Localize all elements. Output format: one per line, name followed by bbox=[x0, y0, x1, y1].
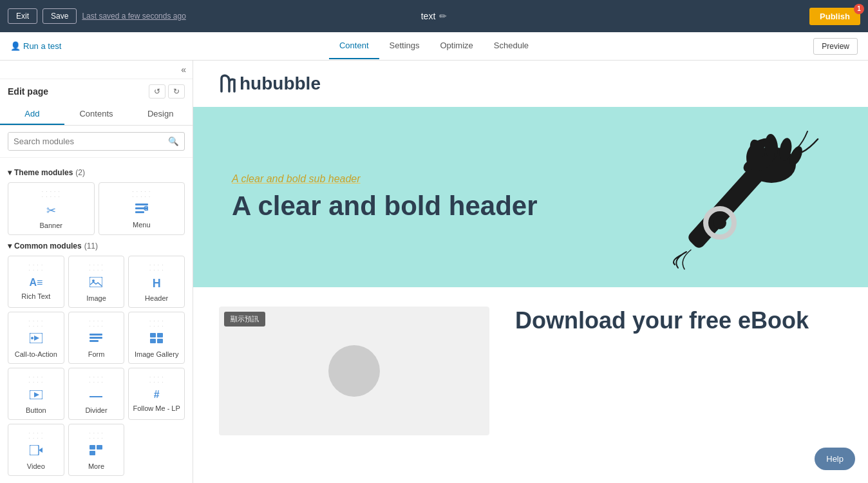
follow-me-icon: # bbox=[154, 389, 160, 401]
module-more-label: More bbox=[88, 462, 104, 470]
tab-optimize[interactable]: Optimize bbox=[430, 33, 484, 59]
more-icon bbox=[90, 445, 102, 459]
user-icon: 👤 bbox=[10, 41, 21, 51]
image-gallery-icon bbox=[150, 333, 163, 346]
tab-settings[interactable]: Settings bbox=[379, 33, 430, 59]
module-dots: · · · ·· · · · bbox=[89, 263, 104, 273]
svg-rect-0 bbox=[135, 204, 148, 205]
publish-button[interactable]: Publish 1 bbox=[809, 8, 860, 25]
module-header[interactable]: · · · ·· · · · H Header bbox=[128, 256, 185, 308]
svg-rect-2 bbox=[135, 211, 144, 213]
sidebar-tab-contents[interactable]: Contents bbox=[64, 104, 129, 125]
logo-text: hububble bbox=[240, 73, 321, 94]
download-text: Download your free eBook bbox=[515, 307, 842, 435]
common-modules-count: (11) bbox=[84, 242, 98, 251]
module-cta-label: Call-to-Action bbox=[15, 350, 57, 358]
hero-header: A clear and bold header bbox=[232, 191, 842, 221]
module-form[interactable]: · · · ·· · · · Form bbox=[68, 312, 125, 364]
show-preview-button[interactable]: 顯示預訊 bbox=[224, 312, 265, 327]
run-test-link[interactable]: 👤 Run a test bbox=[10, 41, 61, 51]
sidebar-tab-add[interactable]: Add bbox=[0, 104, 64, 125]
undo-button[interactable]: ↺ bbox=[149, 84, 165, 99]
svg-rect-24 bbox=[90, 451, 95, 455]
sidebar-tabs: Add Contents Design bbox=[0, 104, 193, 126]
module-dots: · · · ·· · · · bbox=[89, 319, 104, 329]
content-area: hububble A clear and bold sub header A c… bbox=[193, 61, 868, 483]
menu-icon bbox=[135, 204, 148, 217]
module-image[interactable]: · · · ·· · · · Image bbox=[68, 256, 125, 308]
svg-line-4 bbox=[147, 210, 148, 211]
svg-marker-8 bbox=[34, 336, 39, 341]
module-banner[interactable]: · · · · ·· · · · · ✂ Banner bbox=[8, 182, 95, 235]
last-saved-text: Last saved a few seconds ago bbox=[82, 12, 185, 21]
module-follow-me-lp[interactable]: · · · ·· · · · # Follow Me - LP bbox=[128, 368, 185, 420]
below-hero-section: 顯示預訊 Download your free eBook bbox=[193, 287, 868, 455]
search-button[interactable]: 🔍 bbox=[163, 133, 184, 150]
page-name: text bbox=[421, 11, 436, 21]
hero-text: A clear and bold sub header A clear and … bbox=[232, 173, 842, 221]
image-icon bbox=[90, 277, 102, 290]
nav-tabs: Content Settings Optimize Schedule bbox=[329, 33, 539, 59]
svg-rect-23 bbox=[97, 445, 102, 450]
top-bar: Exit Save Last saved a few seconds ago t… bbox=[0, 0, 868, 32]
preview-button[interactable]: Preview bbox=[813, 38, 858, 55]
svg-rect-11 bbox=[90, 337, 102, 339]
module-more[interactable]: · · · ·· · · · More bbox=[68, 424, 125, 476]
svg-rect-5 bbox=[90, 277, 102, 287]
module-dots: · · · · ·· · · · · bbox=[132, 189, 151, 200]
common-modules-section[interactable]: ▾ Common modules (11) bbox=[8, 242, 185, 251]
module-dots: · · · ·· · · · bbox=[149, 375, 164, 385]
module-button[interactable]: · · · ·· · · · Button bbox=[8, 368, 64, 420]
module-video-label: Video bbox=[27, 462, 45, 470]
search-input[interactable] bbox=[8, 133, 163, 150]
edit-page-name-icon[interactable]: ✏ bbox=[439, 11, 447, 21]
page-frame: hububble A clear and bold sub header A c… bbox=[193, 61, 868, 483]
theme-modules-count: (2) bbox=[75, 168, 85, 177]
search-area: 🔍 bbox=[0, 126, 193, 158]
common-modules-label: Common modules bbox=[14, 242, 82, 251]
preview-placeholder: 顯示預訊 bbox=[219, 307, 489, 435]
tab-content[interactable]: Content bbox=[329, 33, 379, 59]
svg-point-9 bbox=[31, 337, 33, 339]
module-video[interactable]: · · · ·· · · · Video bbox=[8, 424, 64, 476]
help-button[interactable]: Help bbox=[815, 448, 855, 470]
chevron-down-icon-2: ▾ bbox=[8, 242, 12, 251]
preview-circle bbox=[328, 345, 380, 397]
svg-rect-1 bbox=[135, 207, 148, 209]
page-title-bar: text ✏ bbox=[421, 11, 448, 21]
module-image-gallery[interactable]: · · · ·· · · · Image Gallery bbox=[128, 312, 185, 364]
exit-button[interactable]: Exit bbox=[8, 8, 37, 24]
module-follow-me-lp-label: Follow Me - LP bbox=[133, 404, 180, 412]
svg-rect-14 bbox=[157, 333, 163, 337]
module-divider[interactable]: · · · ·· · · · Divider bbox=[68, 368, 125, 420]
module-image-label: Image bbox=[86, 294, 106, 302]
module-form-label: Form bbox=[88, 350, 105, 358]
chevron-down-icon: ▾ bbox=[8, 168, 12, 177]
save-button[interactable]: Save bbox=[42, 8, 77, 24]
logo: hububble bbox=[219, 73, 842, 94]
hero-section: A clear and bold sub header A clear and … bbox=[193, 107, 868, 287]
hero-subheader: A clear and bold sub header bbox=[232, 173, 842, 185]
redo-button[interactable]: ↻ bbox=[168, 84, 185, 99]
module-rich-text[interactable]: · · · ·· · · · A≡ Rich Text bbox=[8, 256, 64, 308]
module-menu[interactable]: · · · · ·· · · · · Menu bbox=[99, 182, 185, 235]
sidebar-tab-design[interactable]: Design bbox=[128, 104, 193, 125]
module-menu-label: Menu bbox=[133, 221, 151, 229]
svg-marker-21 bbox=[39, 448, 42, 453]
module-cta[interactable]: · · · ·· · · · Call-to-Action bbox=[8, 312, 64, 364]
module-dots: · · · ·· · · · bbox=[29, 319, 44, 329]
sidebar: « Edit page ↺ ↻ Add Contents Design 🔍 ▾ … bbox=[0, 61, 193, 483]
svg-rect-13 bbox=[150, 333, 156, 337]
theme-modules-section[interactable]: ▾ Theme modules (2) bbox=[8, 168, 185, 177]
sidebar-collapse-button[interactable]: « bbox=[181, 64, 186, 75]
nav-bar: 👤 Run a test Content Settings Optimize S… bbox=[0, 32, 868, 61]
module-image-gallery-label: Image Gallery bbox=[135, 350, 178, 358]
top-bar-right: Publish 1 bbox=[809, 8, 860, 25]
svg-rect-12 bbox=[90, 340, 99, 342]
svg-rect-10 bbox=[90, 334, 102, 336]
tab-schedule[interactable]: Schedule bbox=[484, 33, 539, 59]
theme-modules-grid: · · · · ·· · · · · ✂ Banner · · · · ·· ·… bbox=[8, 182, 185, 235]
svg-rect-16 bbox=[157, 339, 163, 343]
module-dots: · · · ·· · · · bbox=[29, 263, 44, 273]
main-layout: « Edit page ↺ ↻ Add Contents Design 🔍 ▾ … bbox=[0, 61, 868, 483]
